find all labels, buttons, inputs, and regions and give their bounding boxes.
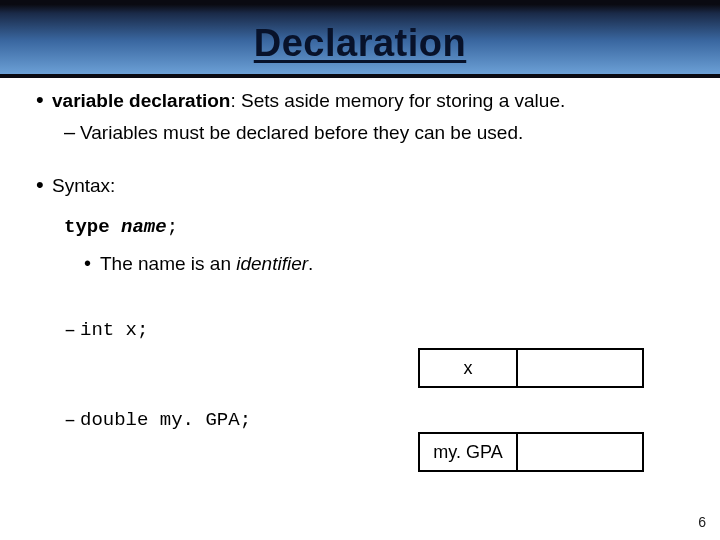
rest: : Sets aside memory for storing a value. xyxy=(230,90,565,111)
dash-icon: – xyxy=(64,120,80,145)
identifier-text: The name is an identifier. xyxy=(100,251,313,277)
code-double-mygpa: double my. GPA; xyxy=(80,408,251,434)
bullet-variable-declaration: • variable declaration: Sets aside memor… xyxy=(36,88,694,114)
term: variable declaration xyxy=(52,90,230,111)
sub-bullet-declared-before-use: – Variables must be declared before they… xyxy=(64,120,694,146)
suffix: . xyxy=(308,253,313,274)
syntax-name: name xyxy=(121,216,167,238)
dash-icon: – xyxy=(64,408,80,433)
example-double-mygpa: – double my. GPA; xyxy=(64,408,694,434)
spacer xyxy=(26,151,694,173)
bullet-dot-icon: • xyxy=(36,173,52,197)
example-int-x: – int x; xyxy=(64,318,694,344)
syntax-type: type xyxy=(64,216,110,238)
spacer xyxy=(26,205,694,215)
spacer xyxy=(26,241,694,251)
slide-title: Declaration xyxy=(0,22,720,65)
bullet-dot-icon: • xyxy=(36,88,52,112)
memory-box-mygpa: my. GPA xyxy=(418,432,644,472)
box-label: my. GPA xyxy=(418,432,516,472)
spacer xyxy=(26,282,694,318)
syntax-label: Syntax: xyxy=(52,173,115,199)
page-number: 6 xyxy=(698,514,706,530)
slide: Declaration • variable declaration: Sets… xyxy=(0,0,720,540)
title-band: Declaration xyxy=(0,0,720,78)
bullet-text: variable declaration: Sets aside memory … xyxy=(52,88,565,114)
bullet-dot-icon: • xyxy=(84,251,100,276)
memory-box-x: x xyxy=(418,348,644,388)
dash-icon: – xyxy=(64,318,80,343)
box-value xyxy=(516,432,644,472)
sub-bullet-identifier: • The name is an identifier. xyxy=(84,251,694,277)
ident-word: identifier xyxy=(236,253,308,274)
prefix: The name is an xyxy=(100,253,236,274)
bullet-syntax: • Syntax: xyxy=(36,173,694,199)
box-label: x xyxy=(418,348,516,388)
syntax-semi: ; xyxy=(167,216,178,238)
syntax-line: type name; xyxy=(64,215,694,241)
box-value xyxy=(516,348,644,388)
code-int-x: int x; xyxy=(80,318,148,344)
sub-text: Variables must be declared before they c… xyxy=(80,120,523,146)
